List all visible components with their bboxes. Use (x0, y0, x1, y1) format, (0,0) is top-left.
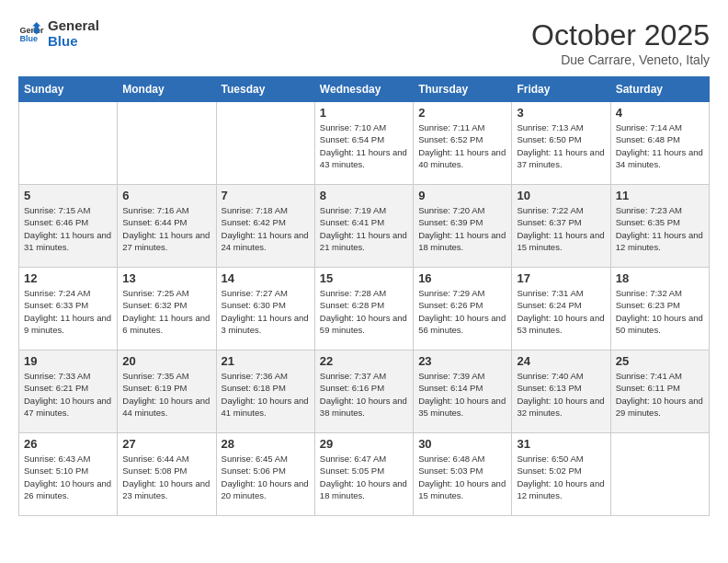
day-number: 27 (122, 437, 210, 451)
calendar-cell: 9Sunrise: 7:20 AM Sunset: 6:39 PM Daylig… (414, 185, 512, 268)
header: General Blue General Blue October 2025 D… (18, 18, 710, 67)
day-info: Sunrise: 7:35 AM Sunset: 6:19 PM Dayligh… (122, 370, 210, 419)
day-info: Sunrise: 7:20 AM Sunset: 6:39 PM Dayligh… (418, 204, 506, 253)
day-number: 12 (24, 271, 112, 285)
day-number: 14 (222, 271, 310, 285)
day-number: 6 (122, 189, 210, 202)
week-row-1: 1Sunrise: 7:10 AM Sunset: 6:54 PM Daylig… (19, 102, 710, 185)
day-info: Sunrise: 7:16 AM Sunset: 6:44 PM Dayligh… (122, 204, 210, 253)
calendar-cell: 17Sunrise: 7:31 AM Sunset: 6:24 PM Dayli… (512, 268, 610, 350)
header-day-sunday: Sunday (19, 77, 118, 102)
day-number: 29 (320, 437, 408, 451)
day-number: 17 (517, 271, 605, 285)
header-day-tuesday: Tuesday (216, 77, 314, 102)
calendar-cell: 10Sunrise: 7:22 AM Sunset: 6:37 PM Dayli… (512, 185, 610, 268)
day-info: Sunrise: 7:14 AM Sunset: 6:48 PM Dayligh… (616, 121, 704, 170)
day-number: 2 (418, 106, 506, 120)
day-number: 13 (122, 271, 210, 285)
calendar-cell: 15Sunrise: 7:28 AM Sunset: 6:28 PM Dayli… (314, 268, 413, 350)
calendar-cell: 26Sunrise: 6:43 AM Sunset: 5:10 PM Dayli… (19, 433, 118, 516)
day-number: 24 (517, 354, 605, 368)
calendar-cell: 21Sunrise: 7:36 AM Sunset: 6:18 PM Dayli… (216, 350, 314, 433)
day-info: Sunrise: 6:48 AM Sunset: 5:03 PM Dayligh… (418, 453, 506, 501)
day-info: Sunrise: 7:11 AM Sunset: 6:52 PM Dayligh… (418, 121, 506, 170)
calendar-cell: 8Sunrise: 7:19 AM Sunset: 6:41 PM Daylig… (314, 185, 413, 268)
day-info: Sunrise: 6:44 AM Sunset: 5:08 PM Dayligh… (122, 453, 210, 501)
calendar-cell: 2Sunrise: 7:11 AM Sunset: 6:52 PM Daylig… (414, 102, 512, 185)
day-number: 20 (122, 354, 210, 368)
day-info: Sunrise: 7:25 AM Sunset: 6:32 PM Dayligh… (122, 287, 210, 336)
day-number: 15 (320, 271, 408, 285)
day-info: Sunrise: 6:50 AM Sunset: 5:02 PM Dayligh… (517, 453, 605, 501)
week-row-2: 5Sunrise: 7:15 AM Sunset: 6:46 PM Daylig… (19, 185, 710, 268)
day-info: Sunrise: 7:37 AM Sunset: 6:16 PM Dayligh… (320, 370, 408, 419)
day-info: Sunrise: 7:39 AM Sunset: 6:14 PM Dayligh… (418, 370, 506, 419)
day-number: 22 (320, 354, 408, 368)
location-subtitle: Due Carrare, Veneto, Italy (531, 52, 710, 67)
header-day-friday: Friday (512, 77, 610, 102)
day-info: Sunrise: 6:43 AM Sunset: 5:10 PM Dayligh… (24, 453, 112, 501)
day-info: Sunrise: 7:27 AM Sunset: 6:30 PM Dayligh… (222, 287, 310, 336)
calendar-cell: 20Sunrise: 7:35 AM Sunset: 6:19 PM Dayli… (118, 350, 216, 433)
calendar-cell: 13Sunrise: 7:25 AM Sunset: 6:32 PM Dayli… (118, 268, 216, 350)
calendar-cell: 24Sunrise: 7:40 AM Sunset: 6:13 PM Dayli… (512, 350, 610, 433)
calendar-cell (216, 102, 314, 185)
calendar-cell: 18Sunrise: 7:32 AM Sunset: 6:23 PM Dayli… (610, 268, 709, 350)
calendar-cell: 5Sunrise: 7:15 AM Sunset: 6:46 PM Daylig… (19, 185, 118, 268)
calendar-table: SundayMondayTuesdayWednesdayThursdayFrid… (18, 76, 710, 516)
day-number: 9 (418, 189, 506, 202)
day-number: 30 (418, 437, 506, 451)
day-number: 5 (24, 189, 112, 202)
calendar-cell: 19Sunrise: 7:33 AM Sunset: 6:21 PM Dayli… (19, 350, 118, 433)
calendar-cell: 3Sunrise: 7:13 AM Sunset: 6:50 PM Daylig… (512, 102, 610, 185)
calendar-cell (19, 102, 118, 185)
logo: General Blue General Blue (18, 18, 99, 49)
header-row: SundayMondayTuesdayWednesdayThursdayFrid… (19, 77, 710, 102)
day-number: 21 (222, 354, 310, 368)
day-info: Sunrise: 7:33 AM Sunset: 6:21 PM Dayligh… (24, 370, 112, 419)
calendar-cell (610, 433, 709, 516)
day-info: Sunrise: 7:24 AM Sunset: 6:33 PM Dayligh… (24, 287, 112, 336)
day-info: Sunrise: 7:23 AM Sunset: 6:35 PM Dayligh… (616, 204, 704, 253)
calendar-cell: 4Sunrise: 7:14 AM Sunset: 6:48 PM Daylig… (610, 102, 709, 185)
day-number: 1 (320, 106, 408, 120)
day-number: 26 (24, 437, 112, 451)
day-number: 11 (616, 189, 704, 202)
day-number: 3 (517, 106, 605, 120)
logo-line2: Blue (48, 34, 78, 50)
calendar-cell: 22Sunrise: 7:37 AM Sunset: 6:16 PM Dayli… (314, 350, 413, 433)
day-number: 23 (418, 354, 506, 368)
week-row-4: 19Sunrise: 7:33 AM Sunset: 6:21 PM Dayli… (19, 350, 710, 433)
day-info: Sunrise: 7:19 AM Sunset: 6:41 PM Dayligh… (320, 204, 408, 253)
svg-text:General: General (19, 25, 44, 34)
calendar-cell: 16Sunrise: 7:29 AM Sunset: 6:26 PM Dayli… (414, 268, 512, 350)
day-info: Sunrise: 7:40 AM Sunset: 6:13 PM Dayligh… (517, 370, 605, 419)
calendar-cell: 30Sunrise: 6:48 AM Sunset: 5:03 PM Dayli… (414, 433, 512, 516)
day-number: 10 (517, 189, 605, 202)
day-number: 31 (517, 437, 605, 451)
day-number: 28 (222, 437, 310, 451)
calendar-cell: 1Sunrise: 7:10 AM Sunset: 6:54 PM Daylig… (314, 102, 413, 185)
calendar-cell: 6Sunrise: 7:16 AM Sunset: 6:44 PM Daylig… (118, 185, 216, 268)
calendar-cell: 23Sunrise: 7:39 AM Sunset: 6:14 PM Dayli… (414, 350, 512, 433)
calendar-cell: 7Sunrise: 7:18 AM Sunset: 6:42 PM Daylig… (216, 185, 314, 268)
day-number: 7 (222, 189, 310, 202)
calendar-cell: 25Sunrise: 7:41 AM Sunset: 6:11 PM Dayli… (610, 350, 709, 433)
day-info: Sunrise: 7:41 AM Sunset: 6:11 PM Dayligh… (616, 370, 704, 419)
day-info: Sunrise: 7:31 AM Sunset: 6:24 PM Dayligh… (517, 287, 605, 336)
calendar-cell: 28Sunrise: 6:45 AM Sunset: 5:06 PM Dayli… (216, 433, 314, 516)
day-number: 18 (616, 271, 704, 285)
day-info: Sunrise: 7:32 AM Sunset: 6:23 PM Dayligh… (616, 287, 704, 336)
header-day-thursday: Thursday (414, 77, 512, 102)
day-info: Sunrise: 7:22 AM Sunset: 6:37 PM Dayligh… (517, 204, 605, 253)
logo-icon: General Blue (18, 21, 44, 47)
calendar-cell: 29Sunrise: 6:47 AM Sunset: 5:05 PM Dayli… (314, 433, 413, 516)
calendar-cell: 27Sunrise: 6:44 AM Sunset: 5:08 PM Dayli… (118, 433, 216, 516)
day-info: Sunrise: 7:10 AM Sunset: 6:54 PM Dayligh… (320, 121, 408, 170)
calendar-cell: 12Sunrise: 7:24 AM Sunset: 6:33 PM Dayli… (19, 268, 118, 350)
day-info: Sunrise: 7:15 AM Sunset: 6:46 PM Dayligh… (24, 204, 112, 253)
calendar-cell: 14Sunrise: 7:27 AM Sunset: 6:30 PM Dayli… (216, 268, 314, 350)
calendar-cell (118, 102, 216, 185)
title-area: October 2025 Due Carrare, Veneto, Italy (531, 18, 710, 67)
day-number: 8 (320, 189, 408, 202)
